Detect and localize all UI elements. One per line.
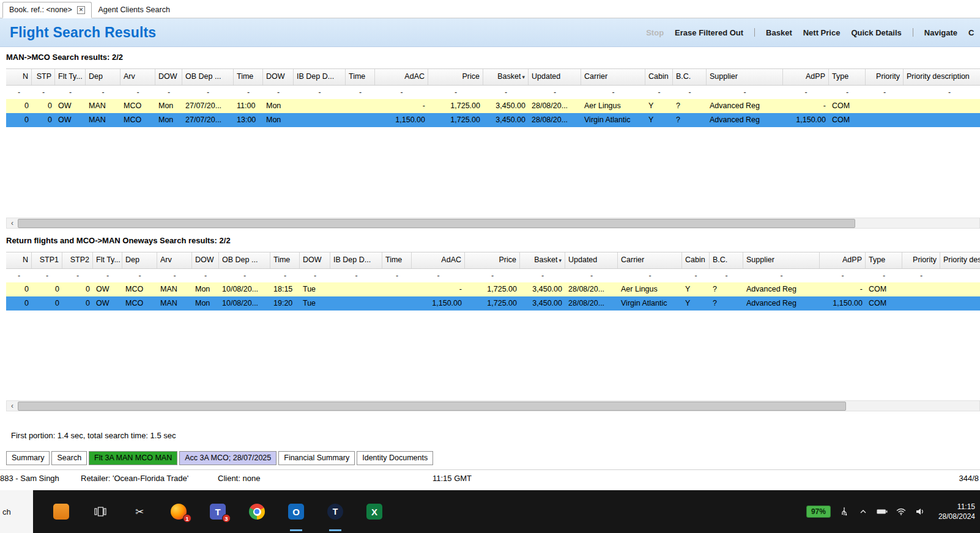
column-header-adac[interactable]: AdAC xyxy=(375,69,428,85)
dark-circle-app-icon[interactable]: T xyxy=(327,503,344,520)
erase-filtered-out-button[interactable]: Erase Filtered Out xyxy=(675,28,743,37)
column-header-basket[interactable]: Basket▾ xyxy=(483,69,529,85)
column-header-dep[interactable]: Dep xyxy=(86,69,121,85)
filter-cell-b-c[interactable]: - xyxy=(673,86,707,99)
column-header-priority[interactable]: Priority xyxy=(902,252,940,268)
column-header-updated[interactable]: Updated xyxy=(565,252,618,268)
taskbar-search-box[interactable]: ch xyxy=(0,490,33,533)
flight-result-row-1[interactable]: 00OWMANMCOMon27/07/20...11:00Mon-1,725.0… xyxy=(6,99,980,113)
column-header-dow[interactable]: DOW xyxy=(192,252,219,268)
column-header-ib-dep-d[interactable]: IB Dep D... xyxy=(294,69,346,85)
column-header-priority-description[interactable]: Priority description xyxy=(904,69,980,85)
column-header-adpp[interactable]: AdPP xyxy=(820,252,866,268)
filter-cell-carrier[interactable]: - xyxy=(618,269,682,282)
column-header-dow[interactable]: DOW xyxy=(263,69,294,85)
taskbar-clock[interactable]: 11:15 28/08/2024 xyxy=(938,502,975,521)
tab-financial-summary[interactable]: Financial Summary xyxy=(278,451,355,465)
hscrollbar-thumb[interactable] xyxy=(18,402,846,411)
battery-percentage[interactable]: 97% xyxy=(806,505,831,518)
column-header-arv[interactable]: Arv xyxy=(121,69,155,85)
task-view-icon[interactable] xyxy=(92,503,109,520)
filter-cell-time[interactable]: - xyxy=(346,86,375,99)
filter-cell-flt-ty[interactable]: - xyxy=(55,86,86,99)
column-header-time[interactable]: Time xyxy=(270,252,300,268)
navigate-button[interactable]: Navigate xyxy=(924,28,957,37)
filter-cell-updated[interactable]: - xyxy=(529,86,581,99)
filter-cell-dow[interactable]: - xyxy=(300,269,330,282)
filter-cell-arv[interactable]: - xyxy=(157,269,192,282)
filter-cell-time[interactable]: - xyxy=(234,86,263,99)
scroll-left-button[interactable]: ‹ xyxy=(7,401,18,411)
orange-app-icon[interactable] xyxy=(53,503,70,520)
filter-cell-adac[interactable]: - xyxy=(375,86,428,99)
column-header-basket[interactable]: Basket▾ xyxy=(520,252,565,268)
tab-summary[interactable]: Summary xyxy=(6,451,50,465)
column-header-ob-dep[interactable]: OB Dep ... xyxy=(219,252,270,268)
scroll-left-button[interactable]: ‹ xyxy=(7,218,18,228)
chevron-up-icon[interactable] xyxy=(858,506,869,517)
filter-cell-dep[interactable]: - xyxy=(122,269,157,282)
return-hscrollbar[interactable]: ‹ xyxy=(6,400,980,411)
filter-cell-carrier[interactable]: - xyxy=(581,86,645,99)
tab-booking-ref[interactable]: Book. ref.: <none> ✕ xyxy=(2,2,92,18)
flight-result-row-2[interactable]: 000OWMCOMANMon10/08/20...19:20Tue1,150.0… xyxy=(6,296,980,311)
close-tab-icon[interactable]: ✕ xyxy=(77,6,86,14)
flight-result-row-2[interactable]: 00OWMANMCOMon27/07/20...13:00Mon1,150.00… xyxy=(6,113,980,127)
column-header-carrier[interactable]: Carrier xyxy=(581,69,645,85)
column-header-stp2[interactable]: STP2 xyxy=(62,252,93,268)
column-header-adac[interactable]: AdAC xyxy=(412,252,465,268)
usb-icon[interactable] xyxy=(839,506,850,517)
tab-identity-documents[interactable]: Identity Documents xyxy=(357,451,433,465)
column-header-cabin[interactable]: Cabin xyxy=(645,69,673,85)
filter-cell-price[interactable]: - xyxy=(465,269,520,282)
filter-cell-updated[interactable]: - xyxy=(565,269,618,282)
tab-flight-man-mco-man[interactable]: Flt 3A MAN MCO MAN xyxy=(89,451,177,465)
filter-cell-priority-description[interactable]: - xyxy=(904,86,980,99)
tab-agent-clients-search[interactable]: Agent Clients Search xyxy=(92,1,176,18)
chrome-icon[interactable] xyxy=(248,503,265,520)
tab-acc-mco[interactable]: Acc 3A MCO; 28/07/2025 xyxy=(179,451,277,465)
column-header-adpp[interactable]: AdPP xyxy=(783,69,829,85)
filter-cell-arv[interactable]: - xyxy=(121,86,155,99)
quick-details-button[interactable]: Quick Details xyxy=(851,28,901,37)
outlook-icon[interactable]: O xyxy=(288,503,305,520)
filter-cell-ob-dep[interactable]: - xyxy=(219,269,270,282)
clipped-toolbar-button[interactable]: C xyxy=(968,28,975,37)
filter-cell-stp2[interactable]: - xyxy=(62,269,93,282)
filter-cell-b-c[interactable]: - xyxy=(710,269,743,282)
teams-icon[interactable]: T 3 xyxy=(209,503,226,520)
column-header-ob-dep[interactable]: OB Dep ... xyxy=(182,69,234,85)
column-header-b-c[interactable]: B.C. xyxy=(673,69,707,85)
column-header-arv[interactable]: Arv xyxy=(157,252,192,268)
filter-cell-adpp[interactable]: - xyxy=(820,269,866,282)
excel-icon[interactable]: X xyxy=(366,503,383,520)
column-header-updated[interactable]: Updated xyxy=(529,69,581,85)
column-header-supplier[interactable]: Supplier xyxy=(743,252,820,268)
filter-cell-price[interactable]: - xyxy=(428,86,483,99)
column-header-n[interactable]: N xyxy=(6,69,32,85)
filter-cell-cabin[interactable]: - xyxy=(645,86,673,99)
filter-cell-stp[interactable]: - xyxy=(32,86,55,99)
basket-button[interactable]: Basket xyxy=(766,28,792,37)
column-header-time[interactable]: Time xyxy=(382,252,412,268)
filter-cell-n[interactable]: - xyxy=(6,269,32,282)
filter-cell-dep[interactable]: - xyxy=(86,86,121,99)
filter-cell-flt-ty[interactable]: - xyxy=(93,269,122,282)
filter-cell-time[interactable]: - xyxy=(382,269,412,282)
filter-cell-basket[interactable]: - xyxy=(520,269,565,282)
wifi-icon[interactable] xyxy=(896,506,907,517)
filter-cell-type[interactable]: - xyxy=(829,86,866,99)
filter-cell-time[interactable]: - xyxy=(270,269,300,282)
filter-cell-priority[interactable]: - xyxy=(902,269,940,282)
filter-cell-priority[interactable]: - xyxy=(866,86,904,99)
column-header-priority-description[interactable]: Priority description xyxy=(940,252,980,268)
column-header-time[interactable]: Time xyxy=(234,69,263,85)
flight-result-row-1[interactable]: 000OWMCOMANMon10/08/20...18:15Tue-1,725.… xyxy=(6,282,980,296)
column-header-supplier[interactable]: Supplier xyxy=(707,69,783,85)
filter-cell-priority-description[interactable]: - xyxy=(940,269,980,282)
column-header-carrier[interactable]: Carrier xyxy=(618,252,682,268)
tab-search[interactable]: Search xyxy=(51,451,87,465)
filter-cell-basket[interactable]: - xyxy=(483,86,529,99)
column-header-price[interactable]: Price xyxy=(465,252,520,268)
filter-cell-dow[interactable]: - xyxy=(192,269,219,282)
